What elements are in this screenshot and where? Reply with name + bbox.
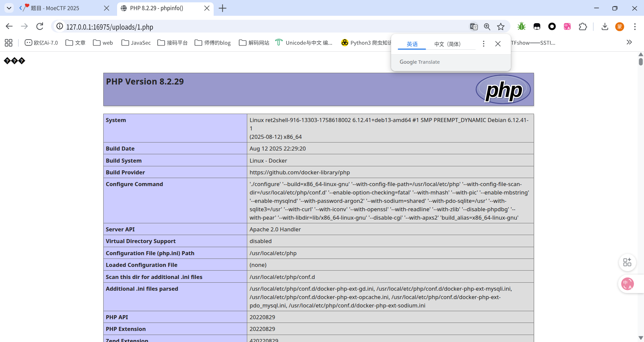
- svg-text:php: php: [485, 78, 522, 101]
